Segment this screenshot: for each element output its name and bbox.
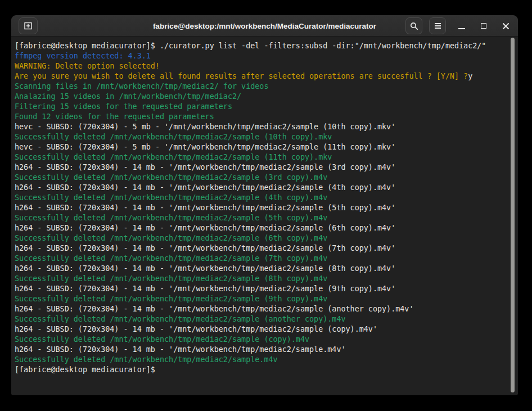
- terminal-line: WARNING: Delete option selected!: [15, 61, 507, 71]
- menu-button[interactable]: [429, 17, 446, 34]
- terminal-line: h264 - SUBSD: (720x304) - 14 mb - '/mnt/…: [15, 324, 507, 335]
- terminal-line: Successfully deleted /mnt/workbench/tmp/…: [15, 233, 507, 243]
- hamburger-menu-icon: [434, 22, 441, 29]
- close-button[interactable]: [499, 19, 512, 33]
- search-icon: [410, 22, 418, 30]
- terminal-line: h264 - SUBSD: (720x304) - 14 mb - '/mnt/…: [15, 183, 507, 193]
- terminal-line: Successfully deleted /mnt/workbench/tmp/…: [15, 294, 507, 304]
- terminal-line: hevc - SUBSD: (720x304) - 5 mb - '/mnt/w…: [15, 142, 507, 152]
- terminal-line: Successfully deleted /mnt/workbench/tmp/…: [15, 254, 507, 264]
- close-icon: [502, 22, 510, 30]
- terminal-line: h264 - SUBSD: (720x304) - 14 mb - '/mnt/…: [15, 162, 507, 173]
- scrollbar-thumb[interactable]: [511, 38, 515, 392]
- terminal-line: Successfully deleted /mnt/workbench/tmp/…: [15, 193, 507, 203]
- terminal-line: h264 - SUBSD: (720x304) - 14 mb - '/mnt/…: [15, 304, 507, 314]
- terminal-line: Successfully deleted /mnt/workbench/tmp/…: [15, 213, 507, 223]
- terminal-line: h264 - SUBSD: (720x304) - 14 mb - '/mnt/…: [15, 284, 507, 294]
- terminal-screen[interactable]: [fabrice@desktop mediacurator]$ ./curato…: [11, 37, 518, 395]
- terminal-line: Successfully deleted /mnt/workbench/tmp/…: [15, 173, 507, 183]
- terminal-line: Successfully deleted /mnt/workbench/tmp/…: [15, 132, 507, 142]
- terminal-line: Found 12 videos for the requested parame…: [15, 112, 507, 122]
- titlebar[interactable]: fabrice@desktop:/mnt/workbench/MediaCura…: [11, 15, 518, 37]
- terminal-line: Analazing 15 videos in /mnt/workbench/tm…: [15, 92, 507, 102]
- new-tab-button[interactable]: [19, 17, 38, 34]
- terminal-line: h264 - SUBSD: (720x304) - 14 mb - '/mnt/…: [15, 264, 507, 274]
- terminal-window: fabrice@desktop:/mnt/workbench/MediaCura…: [11, 15, 518, 395]
- terminal-line: Are you sure you wish to delete all foun…: [15, 71, 507, 82]
- terminal-line: h264 - SUBSD: (720x304) - 14 mb - '/mnt/…: [15, 223, 507, 233]
- terminal-line: [fabrice@desktop mediacurator]$ ./curato…: [15, 41, 507, 51]
- terminal-line: ffmpeg version detected: 4.3.1: [15, 51, 507, 61]
- terminal-line: Successfully deleted /mnt/workbench/tmp/…: [15, 335, 507, 345]
- terminal-line: [fabrice@desktop mediacurator]$: [15, 365, 507, 375]
- terminal-line: h264 - SUBSD: (720x304) - 14 mb - '/mnt/…: [15, 243, 507, 254]
- minimize-button[interactable]: [455, 19, 468, 33]
- maximize-button[interactable]: [477, 19, 490, 33]
- terminal-line: h264 - SUBSD: (720x304) - 14 mb - '/mnt/…: [15, 203, 507, 213]
- search-button[interactable]: [405, 17, 422, 34]
- terminal-line: Scanning files in /mnt/workbench/tmp/med…: [15, 82, 507, 92]
- window-title: fabrice@desktop:/mnt/workbench/MediaCura…: [153, 21, 376, 30]
- terminal-line: h264 - SUBSD: (720x304) - 14 mb - '/mnt/…: [15, 345, 507, 355]
- terminal-line: Successfully deleted /mnt/workbench/tmp/…: [15, 152, 507, 162]
- terminal-line: Successfully deleted /mnt/workbench/tmp/…: [15, 274, 507, 284]
- terminal-line: hevc - SUBSD: (720x304) - 5 mb - '/mnt/w…: [15, 122, 507, 132]
- new-tab-icon: [23, 21, 33, 30]
- minimize-icon: [458, 28, 465, 29]
- terminal-line: Successfully deleted /mnt/workbench/tmp/…: [15, 355, 507, 365]
- terminal-output: [fabrice@desktop mediacurator]$ ./curato…: [15, 41, 507, 375]
- terminal-line: Filtering 15 videos for the requested pa…: [15, 102, 507, 112]
- maximize-icon: [481, 23, 486, 29]
- terminal-line: Successfully deleted /mnt/workbench/tmp/…: [15, 314, 507, 324]
